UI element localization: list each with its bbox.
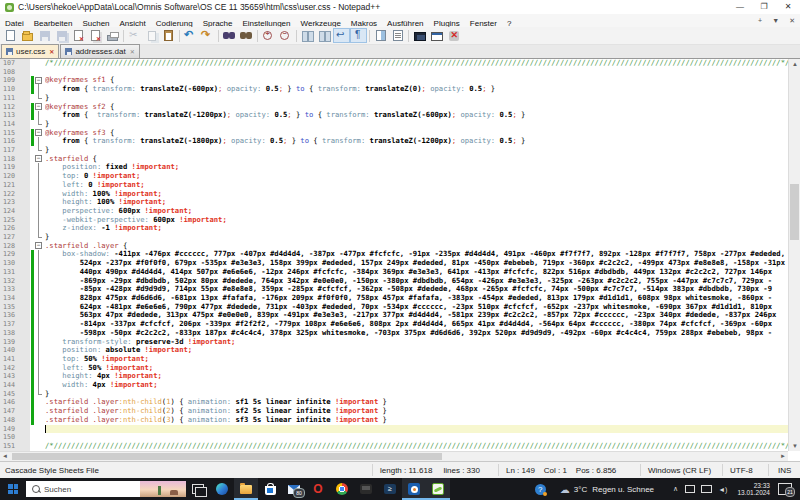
code-line[interactable]: 119 position: fixed !important; xyxy=(0,163,788,172)
code-line[interactable]: 120 top: 0 !important; xyxy=(0,172,788,181)
code-line[interactable]: 111} xyxy=(0,94,788,103)
line-number[interactable]: 107 xyxy=(0,59,30,68)
fold-margin[interactable] xyxy=(30,163,45,172)
code-text[interactable]: top: 0 !important; xyxy=(45,172,788,181)
fold-margin[interactable]: − xyxy=(30,242,45,251)
omnis-studio-icon[interactable] xyxy=(402,478,426,500)
line-number[interactable]: 125 xyxy=(0,216,30,225)
code-line[interactable]: 133 -85px -428px #d9d9d9, 714px 55px #e8… xyxy=(0,285,788,294)
code-text[interactable] xyxy=(45,68,788,77)
code-line[interactable]: 118−.starfield { xyxy=(0,155,788,164)
close-all-icon[interactable] xyxy=(87,28,104,43)
code-text[interactable]: position: absolute !important; xyxy=(45,346,788,355)
display-tray-icon[interactable] xyxy=(701,485,712,493)
code-text[interactable]: width: 4px !important; xyxy=(45,381,788,390)
code-line[interactable]: 141 top: 50% !important; xyxy=(0,355,788,364)
fold-margin[interactable] xyxy=(30,320,45,329)
monitoring-icon[interactable] xyxy=(411,28,428,43)
tab-user-css[interactable]: user.css✕ xyxy=(1,44,59,58)
taskbar-search-input[interactable]: Suchen xyxy=(26,481,186,497)
code-line[interactable]: 137 -814px -337px #cfcfcf, 206px -339px … xyxy=(0,320,788,329)
line-number[interactable]: 151 xyxy=(0,442,30,451)
code-text[interactable]: -869px -29px #dbdbdb, 502px 80px #dedede… xyxy=(45,277,788,286)
paste-icon[interactable] xyxy=(160,28,177,43)
code-line[interactable]: 117} xyxy=(0,146,788,155)
status-insert-mode[interactable]: INS xyxy=(778,466,791,475)
code-editor[interactable]: 107/*///////////////////////////////////… xyxy=(0,59,800,461)
scroll-left-arrow-icon[interactable]: ◄ xyxy=(0,452,10,461)
scroll-right-arrow-icon[interactable]: ► xyxy=(778,452,788,461)
close-tab-button[interactable]: ✕ xyxy=(784,17,800,25)
line-number[interactable]: 122 xyxy=(0,190,30,199)
fold-collapse-icon[interactable]: − xyxy=(35,155,42,162)
code-text[interactable]: /*//////////////////////////////////////… xyxy=(45,59,788,68)
powershell-icon[interactable]: ≥ xyxy=(378,478,402,500)
line-number[interactable]: 129 xyxy=(0,250,30,259)
code-text[interactable]: } xyxy=(45,233,788,242)
code-text[interactable]: .starfield .layer { xyxy=(45,242,788,251)
fold-margin[interactable] xyxy=(30,268,45,277)
line-number[interactable]: 132 xyxy=(0,277,30,286)
code-text[interactable]: } xyxy=(45,94,788,103)
fold-margin[interactable] xyxy=(30,216,45,225)
line-number[interactable]: 124 xyxy=(0,207,30,216)
code-text[interactable] xyxy=(45,425,788,434)
code-text[interactable]: transform-style: preserve-3d !important; xyxy=(45,338,788,347)
code-text[interactable]: top: 50% !important; xyxy=(45,355,788,364)
line-number[interactable]: 145 xyxy=(0,390,30,399)
vertical-scrollbar[interactable]: ▲ ▼ xyxy=(788,59,800,451)
code-line[interactable]: 108 xyxy=(0,68,788,77)
code-line[interactable]: 114} xyxy=(0,120,788,129)
fold-margin[interactable] xyxy=(30,190,45,199)
scroll-up-arrow-icon[interactable]: ▲ xyxy=(789,59,800,69)
close-button[interactable]: ✕ xyxy=(776,0,800,14)
copy-icon[interactable] xyxy=(143,28,160,43)
code-line[interactable]: 129 box-shadow: -411px -476px #cccccc, 7… xyxy=(0,250,788,259)
code-text[interactable]: from { transform: translateZ(-1800px); o… xyxy=(45,137,788,146)
line-number[interactable]: 143 xyxy=(0,372,30,381)
task-view-button[interactable] xyxy=(186,478,210,500)
new-tab-button[interactable]: + xyxy=(753,17,767,24)
fold-margin[interactable] xyxy=(30,364,45,373)
code-text[interactable]: -814px -337px #cfcfcf, 206px -339px #f2f… xyxy=(45,320,788,329)
code-line[interactable]: 150 xyxy=(0,433,788,442)
code-text[interactable]: 440px 490px #d4d4d4, 414px 507px #e6e6e6… xyxy=(45,268,788,277)
code-line[interactable]: 109−@keyframes sf1 { xyxy=(0,76,788,85)
code-line[interactable]: 134 828px 475px #d6d6d6, -681px 13px #fa… xyxy=(0,294,788,303)
status-eol-format[interactable]: Windows (CR LF) xyxy=(648,466,711,475)
code-line[interactable]: 140 position: absolute !important; xyxy=(0,346,788,355)
code-line[interactable]: 112−@keyframes sf2 { xyxy=(0,103,788,112)
replace-icon[interactable] xyxy=(238,28,255,43)
vertical-scroll-thumb[interactable] xyxy=(790,184,799,240)
code-text[interactable]: -webkit-perspective: 600px !important; xyxy=(45,216,788,225)
code-line[interactable]: 148.starfield .layer:nth-child(3) { anim… xyxy=(0,416,788,425)
code-text[interactable]: @keyframes sf1 { xyxy=(45,76,788,85)
fold-margin[interactable] xyxy=(30,137,45,146)
code-text[interactable]: @keyframes sf3 { xyxy=(45,129,788,138)
fold-margin[interactable] xyxy=(30,425,45,434)
code-line[interactable]: 126 z-index: -1 !important; xyxy=(0,224,788,233)
line-number[interactable]: 134 xyxy=(0,294,30,303)
code-line[interactable]: 138 -598px -50px #c2c2c2, -833px 187px #… xyxy=(0,329,788,338)
fold-margin[interactable] xyxy=(30,250,45,259)
save-all-icon[interactable] xyxy=(53,28,70,43)
line-number[interactable]: 118 xyxy=(0,155,30,164)
fold-margin[interactable] xyxy=(30,277,45,286)
cut-icon[interactable] xyxy=(126,28,143,43)
remote-desktop-icon[interactable] xyxy=(354,478,378,500)
code-line[interactable]: 145} xyxy=(0,390,788,399)
line-number[interactable]: 136 xyxy=(0,311,30,320)
open-icon[interactable] xyxy=(19,28,36,43)
fold-margin[interactable] xyxy=(30,433,45,442)
code-line[interactable]: 128−.starfield .layer { xyxy=(0,242,788,251)
line-number[interactable]: 139 xyxy=(0,338,30,347)
code-line[interactable]: 127} xyxy=(0,233,788,242)
code-text[interactable]: 524px -237px #f0f0f0, 679px -535px #e3e3… xyxy=(45,259,788,268)
code-area[interactable]: 107/*///////////////////////////////////… xyxy=(0,59,788,451)
fold-margin[interactable] xyxy=(30,416,45,425)
line-number[interactable]: 148 xyxy=(0,416,30,425)
code-line[interactable]: 122 width: 100% !important; xyxy=(0,190,788,199)
line-number[interactable]: 138 xyxy=(0,329,30,338)
tab-close-icon[interactable]: ✕ xyxy=(130,48,135,55)
minimize-button[interactable]: — xyxy=(728,0,752,14)
